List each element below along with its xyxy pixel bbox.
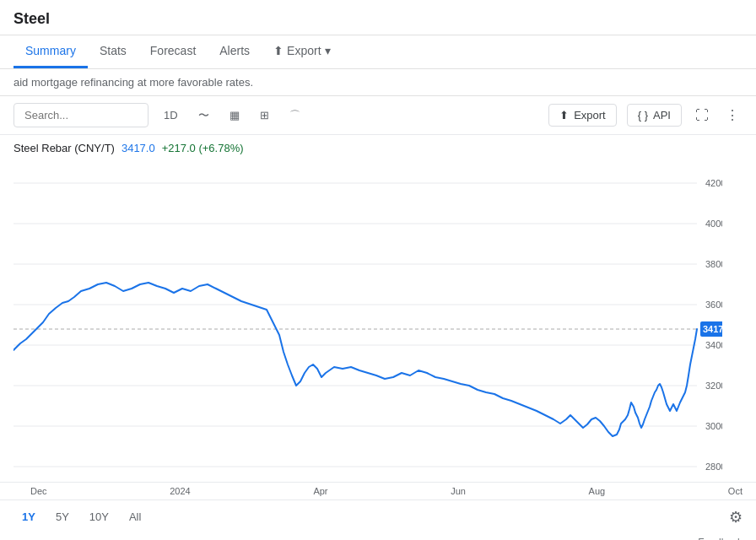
upload-icon: ⬆	[273, 44, 284, 57]
svg-text:3000: 3000	[705, 421, 722, 431]
feedback-bar: Feedback	[0, 533, 756, 540]
instrument-label: Steel Rebar (CNY/T)	[14, 142, 115, 154]
tab-summary[interactable]: Summary	[14, 35, 88, 68]
svg-text:4000: 4000	[705, 219, 722, 229]
chart-container: 1D 〜 ▦ ⊞ ⌒ ⬆ Export { } API ⛶ ⋮ Steel Re…	[0, 96, 756, 533]
current-price: 3417.0	[122, 142, 155, 154]
x-label-dec: Dec	[30, 486, 47, 496]
expand-icon: ⛶	[695, 108, 709, 122]
more-button[interactable]: ⋮	[722, 104, 742, 127]
tab-bar: Summary Stats Forecast Alerts ⬆ Export ▾	[0, 35, 756, 69]
chart-toolbar: 1D 〜 ▦ ⊞ ⌒ ⬆ Export { } API ⛶ ⋮	[0, 96, 756, 135]
tab-export[interactable]: ⬆ Export ▾	[262, 35, 342, 68]
x-label-jun: Jun	[451, 486, 466, 496]
add-series-button[interactable]: ⊞	[255, 105, 274, 125]
search-input[interactable]	[14, 103, 148, 127]
x-axis-labels: Dec 2024 Apr Jun Aug Oct	[0, 482, 756, 500]
svg-text:3600: 3600	[705, 300, 722, 310]
line-chart-button[interactable]: 〜	[193, 105, 214, 127]
description-text: aid mortgage refinancing at more favorab…	[0, 69, 756, 96]
time-btn-10y[interactable]: 10Y	[81, 507, 117, 526]
x-label-apr: Apr	[313, 486, 327, 496]
draw-button[interactable]: ⌒	[284, 105, 305, 127]
svg-text:3417.0: 3417.0	[703, 324, 722, 334]
calendar-icon: ▦	[230, 109, 240, 122]
svg-text:3400: 3400	[705, 340, 722, 350]
chart-svg-area: 4200 4000 3800 3600 3400 3200 3000 2800 …	[0, 158, 756, 482]
feedback-link[interactable]: Feedback	[698, 537, 742, 540]
svg-text:3200: 3200	[705, 381, 722, 391]
line-chart-icon: 〜	[198, 108, 209, 123]
svg-text:2800: 2800	[705, 462, 722, 472]
page-title: Steel	[14, 10, 742, 28]
add-icon: ⊞	[260, 109, 269, 122]
tab-stats[interactable]: Stats	[88, 35, 138, 68]
expand-button[interactable]: ⛶	[692, 105, 712, 127]
more-icon: ⋮	[726, 108, 739, 122]
export-icon: ⬆	[559, 109, 569, 122]
calendar-button[interactable]: ▦	[224, 105, 245, 125]
time-btn-all[interactable]: All	[121, 507, 149, 526]
x-label-2024: 2024	[170, 486, 190, 496]
period-button[interactable]: 1D	[159, 105, 183, 125]
price-chart-svg: 4200 4000 3800 3600 3400 3200 3000 2800 …	[14, 158, 722, 478]
tab-forecast[interactable]: Forecast	[138, 35, 208, 68]
draw-icon: ⌒	[289, 108, 300, 123]
export-button[interactable]: ⬆ Export	[548, 104, 617, 127]
api-button[interactable]: { } API	[627, 104, 682, 127]
tab-alerts[interactable]: Alerts	[208, 35, 262, 68]
settings-icon[interactable]: ⚙	[729, 508, 742, 526]
api-icon: { }	[638, 109, 648, 122]
time-btn-5y[interactable]: 5Y	[47, 507, 78, 526]
chart-label-row: Steel Rebar (CNY/T) 3417.0 +217.0 (+6.78…	[0, 135, 756, 158]
time-range-bar: 1Y 5Y 10Y All ⚙	[0, 500, 756, 533]
x-label-aug: Aug	[589, 486, 606, 496]
svg-text:4200: 4200	[705, 178, 722, 188]
svg-text:3800: 3800	[705, 259, 722, 269]
chevron-down-icon: ▾	[325, 44, 331, 57]
time-btn-1y[interactable]: 1Y	[14, 507, 44, 526]
price-change: +217.0 (+6.78%)	[162, 142, 244, 154]
x-label-oct: Oct	[728, 486, 742, 496]
